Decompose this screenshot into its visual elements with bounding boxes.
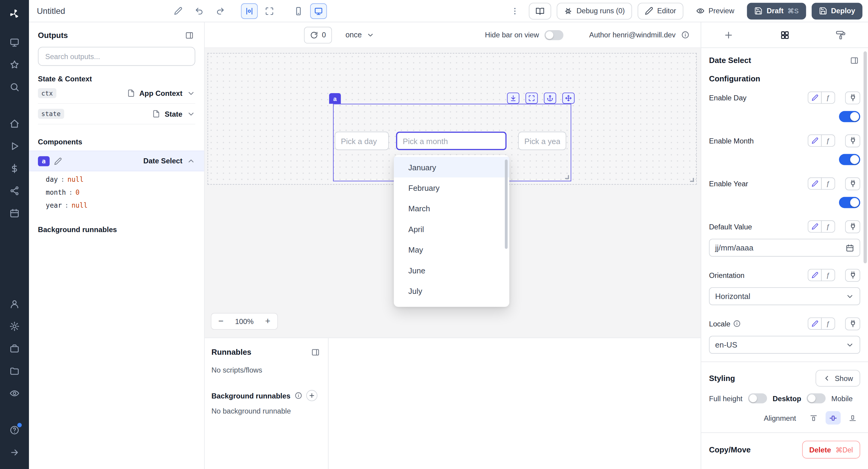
sidebar-favorites-button[interactable]: [4, 54, 25, 75]
component-row-a[interactable]: a Date Select: [29, 151, 204, 171]
info-icon[interactable]: [681, 31, 689, 39]
month-option[interactable]: March: [394, 198, 509, 219]
expand-down-button[interactable]: [507, 93, 519, 104]
connect-output-button[interactable]: [845, 269, 860, 282]
month-option[interactable]: May: [394, 239, 509, 260]
sidebar-folders-button[interactable]: [4, 361, 25, 382]
editor-tab-button[interactable]: Editor: [638, 2, 684, 19]
info-icon[interactable]: [294, 392, 302, 399]
delete-component-button[interactable]: Delete ⌘Del: [802, 441, 860, 459]
orientation-select[interactable]: Horizontal: [709, 287, 860, 305]
expand-component-button[interactable]: [526, 93, 538, 104]
connect-output-button[interactable]: [845, 317, 860, 330]
month-option[interactable]: June: [394, 260, 509, 281]
rename-app-button[interactable]: [170, 3, 187, 19]
move-component-button[interactable]: [562, 93, 575, 104]
month-option[interactable]: July: [394, 281, 509, 301]
sidebar-schedules-button[interactable]: [4, 202, 25, 224]
static-editor-button[interactable]: [808, 317, 822, 330]
centered-layout-button[interactable]: [241, 3, 258, 19]
connect-output-button[interactable]: [845, 220, 860, 233]
frame-resize-handle[interactable]: [690, 178, 694, 182]
expression-editor-button[interactable]: ƒ: [821, 317, 835, 330]
preview-tab-button[interactable]: Preview: [689, 2, 741, 19]
expression-editor-button[interactable]: ƒ: [821, 134, 835, 147]
sidebar-variables-button[interactable]: [4, 158, 25, 179]
sidebar-settings-button[interactable]: [4, 316, 25, 337]
component-resize-handle[interactable]: [565, 175, 569, 179]
pick-month-input[interactable]: [396, 132, 506, 150]
sidebar-runs-button[interactable]: [4, 136, 25, 157]
static-editor-button[interactable]: [808, 134, 822, 147]
ctx-row[interactable]: ctx App Context: [38, 83, 195, 104]
zoom-in-button[interactable]: +: [258, 313, 277, 329]
dropdown-scrollbar[interactable]: [505, 159, 507, 249]
undo-button[interactable]: [191, 3, 208, 19]
add-background-runnable-button[interactable]: [306, 390, 317, 401]
pick-day-input[interactable]: [335, 132, 389, 150]
search-outputs-input[interactable]: [38, 47, 195, 66]
month-option[interactable]: February: [394, 178, 509, 198]
fullscreen-layout-button[interactable]: [261, 3, 278, 19]
inspector-scrollbar[interactable]: [864, 51, 867, 263]
chevron-up-icon[interactable]: [187, 157, 195, 165]
sidebar-search-button[interactable]: [4, 76, 25, 98]
full-height-toggle[interactable]: [748, 393, 767, 403]
state-row[interactable]: state State: [38, 104, 195, 124]
sidebar-help-button[interactable]: [4, 419, 25, 441]
tab-insert-component[interactable]: [719, 25, 738, 44]
show-styling-button[interactable]: Show: [816, 370, 860, 387]
enable-day-toggle[interactable]: [839, 111, 860, 122]
chevron-down-icon[interactable]: [187, 110, 195, 118]
sidebar-workers-button[interactable]: [4, 338, 25, 359]
component-tag[interactable]: a: [329, 93, 341, 104]
debug-runs-button[interactable]: Debug runs (0): [557, 2, 632, 19]
connect-output-button[interactable]: [845, 134, 860, 147]
expression-editor-button[interactable]: ƒ: [821, 269, 835, 281]
tab-component-settings[interactable]: [775, 25, 794, 44]
tab-global-styling[interactable]: [831, 25, 850, 44]
static-editor-button[interactable]: [808, 92, 822, 104]
docs-button[interactable]: [529, 2, 551, 19]
connect-output-button[interactable]: [845, 177, 860, 190]
collapse-outputs-button[interactable]: [183, 29, 195, 41]
app-title[interactable]: Untitled: [37, 6, 65, 15]
static-editor-button[interactable]: [808, 178, 822, 190]
pencil-icon[interactable]: [54, 157, 62, 165]
zoom-out-button[interactable]: −: [211, 313, 230, 329]
enable-year-toggle[interactable]: [839, 197, 860, 208]
save-draft-button[interactable]: Draft⌘S: [747, 2, 806, 19]
sidebar-users-button[interactable]: [4, 293, 25, 315]
chevron-down-icon[interactable]: [187, 89, 195, 97]
month-option[interactable]: January: [394, 157, 509, 177]
hide-bar-toggle[interactable]: [545, 30, 564, 40]
desktop-toggle[interactable]: [807, 393, 826, 403]
collapse-inspector-button[interactable]: [848, 54, 860, 67]
sidebar-home-button[interactable]: [4, 113, 25, 134]
enable-month-toggle[interactable]: [839, 154, 860, 165]
align-bottom-button[interactable]: [845, 411, 860, 425]
sidebar-audit-button[interactable]: [4, 383, 25, 404]
more-menu-button[interactable]: [507, 3, 524, 19]
align-top-button[interactable]: [806, 411, 821, 425]
connect-output-button[interactable]: [845, 91, 860, 104]
sidebar-apps-button[interactable]: [4, 32, 25, 53]
expression-editor-button[interactable]: ƒ: [821, 92, 835, 104]
sidebar-expand-button[interactable]: [4, 442, 25, 463]
month-option[interactable]: April: [394, 219, 509, 239]
static-editor-button[interactable]: [808, 220, 822, 233]
expression-editor-button[interactable]: ƒ: [821, 220, 835, 233]
static-editor-button[interactable]: [808, 269, 822, 281]
info-icon[interactable]: [733, 320, 741, 327]
default-value-date-input[interactable]: jj/mm/aaaa: [709, 239, 860, 256]
locale-select[interactable]: en-US: [709, 336, 860, 353]
sidebar-resources-button[interactable]: [4, 180, 25, 201]
month-option[interactable]: August: [394, 301, 509, 307]
refresh-interval-dropdown[interactable]: once: [345, 31, 374, 39]
anchor-component-button[interactable]: [544, 93, 556, 104]
refresh-count-button[interactable]: 0: [304, 27, 332, 43]
desktop-preview-button[interactable]: [310, 3, 327, 19]
mobile-preview-button[interactable]: [290, 3, 307, 19]
pick-year-input[interactable]: [518, 132, 566, 150]
deploy-button[interactable]: Deploy: [811, 2, 862, 19]
